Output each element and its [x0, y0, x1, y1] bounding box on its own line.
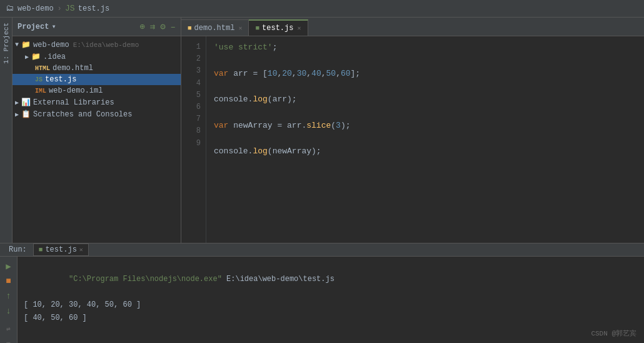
tree-item-iml[interactable]: IML web-demo.iml: [13, 85, 181, 96]
bottom-tab-close-icon[interactable]: ✕: [79, 246, 83, 253]
bottom-tab-js-icon: ■: [39, 246, 43, 253]
tab-js-icon: ■: [255, 24, 259, 32]
output-line-2: [ 40, 50, 60 ]: [24, 312, 638, 324]
code-line-5: console.log(arr);: [214, 93, 636, 106]
code-line-1: 'use strict';: [214, 41, 636, 54]
pin-button[interactable]: ⊞: [3, 338, 14, 343]
file-tree-actions: ⊕ ⇉ ⚙ –: [139, 21, 176, 32]
tree-item-label: External Libraries: [33, 98, 114, 107]
tree-item-label: web-demo.iml: [49, 86, 103, 95]
tab-test-js[interactable]: ■ test.js ✕: [249, 19, 308, 36]
scratches-icon: 📋: [21, 110, 31, 119]
watermark: CSDN @郭艺宾: [591, 329, 636, 338]
output-cmd-line: "C:\Program Files\nodejs\node.exe" E:\id…: [24, 260, 638, 299]
side-panel-label: 1: Project: [3, 20, 10, 66]
html-file-icon: HTML: [35, 65, 50, 72]
project-title: Project: [18, 23, 49, 31]
expand-arrow-icon: ▶: [15, 111, 19, 118]
title-project: web-demo: [18, 4, 54, 13]
output-blank: [24, 324, 638, 337]
run-label: Run:: [5, 244, 31, 255]
tab-html-icon: ■: [188, 24, 192, 32]
file-tree-header: Project ▾ ⊕ ⇉ ⚙ –: [13, 18, 181, 36]
bottom-tab-testjs[interactable]: ■ test.js ✕: [33, 243, 89, 256]
tree-item-scratches[interactable]: ▶ 📋 Scratches and Consoles: [13, 108, 181, 120]
title-bar: 🗂 web-demo › JS test.js: [0, 0, 644, 18]
tree-item-label: web-demo: [33, 41, 69, 49]
editor-pane: ■ demo.html ✕ ■ test.js ✕ 1 2 3 4 5: [181, 18, 644, 243]
output-line-1: [ 10, 20, 30, 40, 50, 60 ]: [24, 299, 638, 311]
js-file-icon: JS: [35, 76, 43, 83]
title-file-icon: JS: [66, 4, 74, 13]
project-dropdown-icon[interactable]: ▾: [51, 22, 56, 31]
tree-item-demo-html[interactable]: HTML demo.html: [13, 63, 181, 74]
bottom-tabs-bar: Run: ■ test.js ✕: [0, 243, 644, 257]
tree-item-ext-lib[interactable]: ▶ 📊 External Libraries: [13, 96, 181, 108]
collapse-icon[interactable]: ⇉: [150, 21, 155, 32]
code-line-8: [214, 133, 636, 146]
bottom-content: ▶ ■ ↑ ↓ ⇌ ⊞ "C:\Program Files\nodejs\nod…: [0, 257, 644, 343]
title-file: test.js: [78, 4, 109, 13]
side-panel: 1: Project: [0, 18, 13, 243]
settings-icon[interactable]: ⚙: [160, 21, 165, 32]
title-folder-icon: 🗂: [5, 4, 14, 13]
bottom-tab-label: test.js: [45, 245, 76, 254]
tree-item-idea[interactable]: ▶ 📁 .idea: [13, 51, 181, 63]
editor-area: 1: Project Project ▾ ⊕ ⇉ ⚙ – ▼: [0, 18, 644, 243]
title-separator: ›: [58, 4, 62, 13]
locate-icon[interactable]: ⊕: [139, 21, 144, 32]
file-tree-content: ▼ 📁 web-demo E:\idea\web-demo ▶ 📁 .idea …: [13, 36, 181, 243]
code-line-9: console.log(newArray);: [214, 145, 636, 158]
folder-icon: 📁: [31, 52, 41, 61]
folder-icon: 📁: [21, 40, 31, 49]
file-tree: Project ▾ ⊕ ⇉ ⚙ – ▼ 📁 web-demo E:\idea\w…: [13, 18, 181, 243]
expand-arrow-icon: ▶: [15, 99, 19, 106]
run-stop-button[interactable]: ■: [3, 275, 14, 287]
tree-item-label: test.js: [45, 75, 76, 84]
output-exit-line: Process finished with exit code 0: [24, 337, 638, 343]
editor-tabs: ■ demo.html ✕ ■ test.js ✕: [181, 18, 644, 36]
tab-label: test.js: [262, 24, 293, 33]
tab-close-icon[interactable]: ✕: [297, 24, 301, 32]
expand-arrow-icon: ▶: [25, 53, 29, 61]
run-play-button[interactable]: ▶: [3, 260, 14, 272]
main-layout: 1: Project Project ▾ ⊕ ⇉ ⚙ – ▼: [0, 18, 644, 343]
line-numbers: 1 2 3 4 5 6 7 8 9: [181, 36, 206, 243]
tree-item-test-js[interactable]: JS test.js: [13, 74, 181, 85]
run-output: "C:\Program Files\nodejs\node.exe" E:\id…: [18, 257, 644, 343]
tree-item-label: Scratches and Consoles: [33, 110, 132, 119]
bottom-panel: Run: ■ test.js ✕ ▶ ■ ↑ ↓ ⇌ ⊞ "C:\Program…: [0, 243, 644, 343]
iml-file-icon: IML: [35, 88, 46, 95]
tree-item-label: .idea: [43, 53, 66, 61]
tab-demo-html[interactable]: ■ demo.html ✕: [181, 19, 249, 36]
code-line-3: var arr = [10,20,30,40,50,60];: [214, 68, 636, 81]
code-line-7: var newArray = arr.slice(3);: [214, 120, 636, 133]
expand-arrow-icon: ▼: [15, 41, 19, 48]
wrap-button[interactable]: ⇌: [3, 323, 14, 334]
minimize-icon[interactable]: –: [171, 22, 176, 32]
tree-item-label: demo.html: [53, 64, 93, 73]
scroll-down-button[interactable]: ↓: [3, 305, 14, 317]
scroll-up-button[interactable]: ↑: [3, 290, 14, 302]
lib-icon: 📊: [21, 98, 31, 107]
run-controls: ▶ ■ ↑ ↓ ⇌ ⊞: [0, 257, 18, 343]
code-content[interactable]: 'use strict'; var arr = [10,20,30,40,50,…: [206, 36, 644, 243]
code-view: 1 2 3 4 5 6 7 8 9 'use strict'; var a: [181, 36, 644, 243]
code-line-4: [214, 80, 636, 93]
tab-close-icon[interactable]: ✕: [238, 24, 242, 32]
code-line-6: [214, 106, 636, 120]
tree-item-web-demo[interactable]: ▼ 📁 web-demo E:\idea\web-demo: [13, 39, 181, 51]
file-tree-title: Project ▾: [18, 22, 56, 31]
tab-label: demo.html: [194, 24, 235, 33]
code-line-2: [214, 54, 636, 68]
